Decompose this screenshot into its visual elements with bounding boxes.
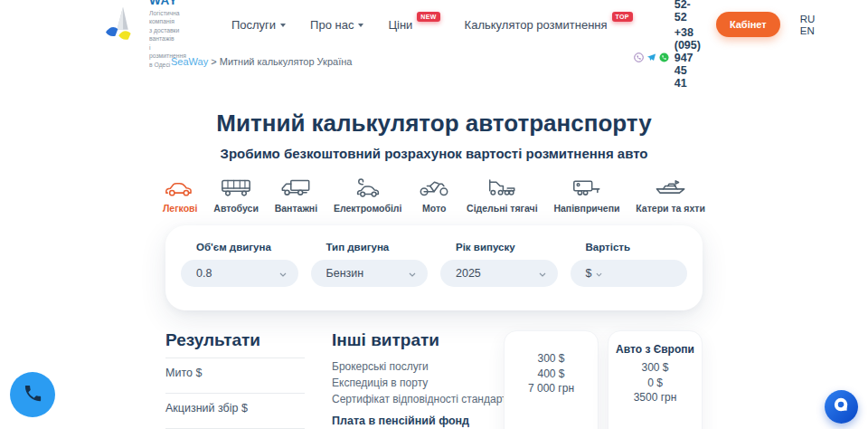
result-row-duty: Мито $	[165, 358, 305, 393]
cost-input[interactable]: $	[571, 260, 688, 287]
chat-bubble-icon	[832, 396, 851, 418]
phone-number-1[interactable]: +38 (067) 009-52-52	[675, 0, 701, 24]
tab-trucks[interactable]: Вантажні	[275, 176, 317, 214]
currency-select[interactable]: $	[586, 267, 592, 280]
tab-semi-trucks[interactable]: Сідельні тягачі	[467, 176, 538, 214]
phone-icon	[23, 383, 43, 407]
phone-row-2: +38 (095) 947 45 41	[633, 26, 701, 90]
nav-item-services[interactable]: Послуги	[231, 18, 286, 32]
nav-item-prices[interactable]: Ціни NEW	[388, 18, 439, 32]
vehicle-tabs: Легкові Автобуси Вантажні	[163, 176, 705, 214]
new-badge: NEW	[417, 12, 439, 22]
top-badge: TOP	[612, 12, 633, 22]
car-icon	[164, 176, 196, 197]
yacht-icon	[655, 176, 687, 197]
electric-car-icon	[352, 176, 384, 197]
field-year: Рік випуску 2025	[440, 242, 558, 287]
hero: Митний калькулятор автотранспорту Зробим…	[0, 110, 868, 161]
page-title: Митний калькулятор автотранспорту	[0, 110, 868, 138]
results-list: Мито $ Акцизний збір $	[165, 358, 305, 429]
cost-card-europe: Авто з Європи 300 $ 0 $ 3500 грн	[608, 330, 703, 429]
other-costs-title: Інші витрати	[332, 330, 504, 350]
field-label: Рік випуску	[456, 242, 558, 253]
field-label: Об'єм двигуна	[196, 242, 298, 253]
chevron-down-icon	[539, 267, 546, 280]
chevron-down-icon	[280, 24, 286, 27]
year-select[interactable]: 2025	[440, 260, 558, 287]
field-cost: Вартість $	[571, 242, 688, 287]
phone-row-1[interactable]: +38 (067) 009-52-52	[633, 0, 701, 24]
breadcrumb-separator: >	[211, 56, 216, 67]
bus-icon	[220, 176, 252, 197]
tab-electric-cars[interactable]: Електромобілі	[334, 176, 402, 214]
nav-item-customs-calculator[interactable]: Калькулятор розмитнення TOP	[465, 18, 633, 32]
cabinet-button[interactable]: Кабінет	[716, 12, 780, 37]
sailboat-logo-icon	[105, 5, 143, 44]
field-label: Тип двигуна	[326, 242, 429, 253]
cost-item-port: Експедиція в порту	[332, 377, 504, 389]
cost-cards: 300 $ 400 $ 7 000 грн Авто з Європи 300 …	[504, 330, 703, 429]
lang-en[interactable]: EN	[800, 25, 816, 36]
other-costs-column: Інші витрати Брокерські послуги Експедиц…	[332, 330, 504, 429]
card-title: Авто з Європи	[609, 343, 702, 356]
card-value: 300 $	[609, 360, 702, 376]
truck-icon	[279, 176, 312, 197]
card-value: 3500 грн	[609, 390, 702, 405]
cost-item-certificate: Сертифікат відповідності стандартам	[332, 393, 504, 405]
chevron-down-icon	[596, 267, 602, 280]
cost-item-pension-fund: Плата в пенсійний фонд при реєстрації МР…	[332, 414, 487, 429]
card-value: 400 $	[505, 367, 598, 382]
tab-cars[interactable]: Легкові	[163, 176, 197, 214]
motorcycle-icon	[418, 176, 450, 197]
semi-truck-icon	[486, 176, 518, 197]
card-value: 7 000 грн	[505, 381, 598, 396]
field-label: Вартість	[586, 242, 688, 253]
header: SEA WAY Логістична компанія з доставки в…	[0, 0, 868, 49]
result-row-excise: Акцизний збір $	[165, 393, 305, 428]
nav-item-about[interactable]: Про нас	[310, 18, 363, 32]
cost-item-broker: Брокерські послуги	[332, 360, 504, 373]
other-costs-list: Брокерські послуги Експедиція в порту Се…	[332, 360, 504, 429]
tab-boats-yachts[interactable]: Катери та яхти	[636, 176, 705, 214]
tab-buses[interactable]: Автобуси	[213, 176, 259, 214]
results-title: Результати	[165, 330, 305, 350]
main-nav: Послуги Про нас Ціни NEW Калькулятор роз…	[231, 18, 633, 32]
breadcrumb: SeaWay > Митний калькулятор Україна	[165, 56, 703, 67]
calculator-form: Об'єм двигуна 0.8 Тип двигуна Бензин Рік…	[165, 225, 703, 310]
breadcrumb-home-link[interactable]: SeaWay	[171, 56, 208, 67]
results-column: Результати Мито $ Акцизний збір $	[165, 330, 305, 429]
cost-card-values: 300 $ 400 $ 7 000 грн	[504, 330, 599, 429]
field-engine-volume: Об'єм двигуна 0.8	[181, 242, 298, 287]
tab-motorcycles[interactable]: Мото	[418, 176, 450, 214]
chevron-down-icon	[358, 24, 363, 27]
telegram-icon[interactable]	[646, 52, 656, 62]
header-contacts: +38 (067) 009-52-52 +38 (095) 947 45 41	[633, 0, 701, 90]
tab-semi-trailers[interactable]: Напівпричепи	[553, 176, 619, 214]
chevron-down-icon	[409, 267, 416, 280]
card-value: 300 $	[505, 351, 598, 367]
language-switcher: RU EN	[800, 14, 816, 36]
card-value: 0 $	[609, 376, 702, 391]
whatsapp-icon[interactable]	[659, 52, 669, 62]
field-engine-type: Тип двигуна Бензин	[311, 242, 429, 287]
call-button[interactable]	[10, 372, 55, 417]
viber-icon[interactable]	[634, 52, 644, 62]
engine-type-select[interactable]: Бензин	[311, 260, 429, 287]
trailer-icon	[571, 176, 603, 197]
breadcrumb-current: Митний калькулятор Україна	[220, 56, 353, 67]
phone-number-2[interactable]: +38 (095) 947 45 41	[675, 26, 701, 90]
chevron-down-icon	[279, 267, 287, 280]
engine-volume-select[interactable]: 0.8	[181, 260, 298, 287]
logo-name: SEA WAY	[149, 0, 186, 7]
lang-ru[interactable]: RU	[800, 14, 816, 24]
results-section: Результати Мито $ Акцизний збір $ Інші в…	[165, 330, 703, 429]
chat-button[interactable]	[825, 390, 858, 424]
page-subtitle: Зробимо безкоштовний розрахунок вартості…	[0, 146, 868, 161]
